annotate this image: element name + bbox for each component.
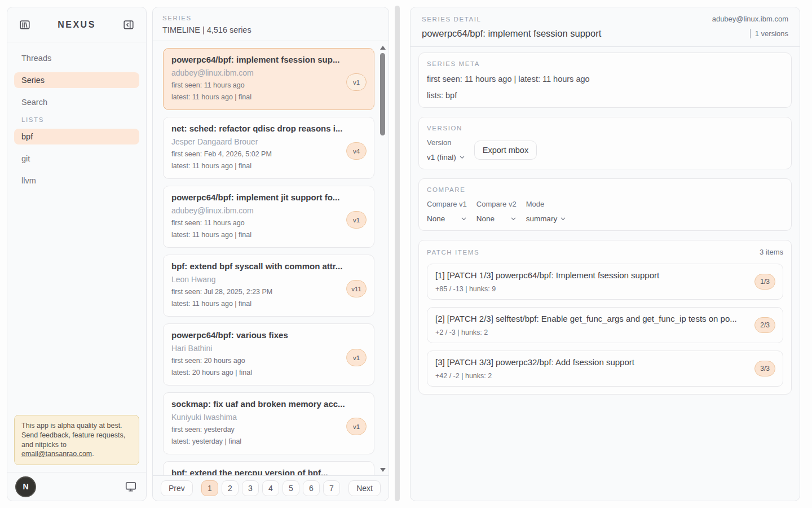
series-card-title: bpf: extend bpf syscall with common attr…: [171, 261, 366, 271]
scrollbar-thumb[interactable]: [380, 53, 385, 135]
user-avatar[interactable]: N: [15, 476, 36, 497]
version-section-label: VERSION: [427, 125, 783, 132]
compare-section-label: COMPARE: [427, 186, 783, 193]
patch-position-badge: 3/3: [754, 361, 775, 376]
sidebar-item-bpf[interactable]: bpf: [14, 129, 139, 144]
series-detail-panel: SERIES DETAIL adubey@linux.ibm.com power…: [410, 7, 800, 501]
patch-position-badge: 2/3: [754, 317, 775, 333]
feedback-email-link[interactable]: email@tansanrao.com: [21, 450, 92, 458]
compare-v1-label: Compare v1: [427, 200, 467, 208]
export-mbox-button[interactable]: Export mbox: [474, 141, 537, 160]
series-card-first-seen: first seen: 11 hours ago: [171, 81, 366, 89]
compare-mode-label: Mode: [526, 200, 567, 208]
lists-section-label: LISTS: [21, 116, 125, 123]
next-page-button[interactable]: Next: [348, 480, 381, 496]
patch-item-title: [1] [PATCH 1/3] powerpc64/bpf: Implement…: [435, 270, 743, 280]
series-meta-lists: lists: bpf: [427, 91, 783, 100]
prev-page-button[interactable]: Prev: [161, 480, 193, 496]
series-card-author: Kuniyuki Iwashima: [171, 413, 366, 422]
series-card-first-seen: first seen: 11 hours ago: [171, 219, 366, 227]
series-card-list: powerpc64/bpf: implement fsession sup...…: [153, 41, 389, 475]
library-icon[interactable]: [17, 17, 32, 32]
series-meta-label: SERIES META: [427, 60, 783, 67]
page-button-4[interactable]: 4: [262, 480, 279, 496]
series-card-author: Leon Hwang: [171, 275, 366, 284]
panel-resize-handle[interactable]: [395, 6, 400, 501]
chevron-down-icon: [560, 216, 566, 222]
version-badge: v1: [346, 418, 367, 435]
series-card-title: powerpc64/bpf: various fixes: [171, 330, 366, 340]
sidebar-footer: N: [7, 472, 146, 501]
page-button-7[interactable]: 7: [323, 480, 340, 496]
alpha-notice: This app is alpha quality at best. Send …: [14, 415, 139, 465]
alpha-notice-text: This app is alpha quality at best. Send …: [21, 422, 125, 449]
series-card-author: adubey@linux.ibm.com: [171, 206, 366, 215]
patch-item-title: [2] [PATCH 2/3] selftest/bpf: Enable get…: [435, 314, 743, 323]
series-card[interactable]: net: sched: refactor qdisc drop reasons …: [163, 117, 374, 179]
series-card-author: Hari Bathini: [171, 344, 366, 353]
series-list-header: SERIES TIMELINE | 4,516 series: [153, 7, 389, 41]
scroll-up-icon[interactable]: [380, 46, 386, 50]
series-card-latest: latest: 11 hours ago | final: [171, 93, 366, 101]
sidebar-item-threads[interactable]: Threads: [14, 50, 139, 66]
patch-position-badge: 1/3: [754, 274, 775, 290]
version-card: VERSION Version v1 (final) Export mbox: [418, 117, 792, 169]
series-card[interactable]: powerpc64/bpf: implement fsession sup...…: [163, 48, 374, 110]
series-card[interactable]: powerpc64/bpf: implement jit support fo.…: [163, 186, 374, 248]
series-card-latest: latest: 11 hours ago | final: [171, 300, 366, 308]
sidebar-item-git[interactable]: git: [14, 151, 139, 167]
page-button-1[interactable]: 1: [201, 480, 218, 496]
timeline-subtitle: TIMELINE | 4,516 series: [162, 25, 379, 34]
collapse-sidebar-icon[interactable]: [121, 17, 136, 32]
patch-item[interactable]: [2] [PATCH 2/3] selftest/bpf: Enable get…: [427, 307, 783, 343]
page-button-2[interactable]: 2: [222, 480, 239, 496]
compare-v1-select[interactable]: None: [427, 214, 467, 223]
compare-mode-select[interactable]: summary: [526, 214, 567, 223]
series-card[interactable]: sockmap: fix uaf and broken memory acc..…: [163, 392, 374, 454]
detail-header: SERIES DETAIL adubey@linux.ibm.com power…: [411, 7, 800, 47]
series-meta-seen: first seen: 11 hours ago | latest: 11 ho…: [427, 75, 783, 84]
series-card-first-seen: first seen: Jul 28, 2025, 2:23 PM: [171, 288, 366, 296]
patch-items-card: PATCH ITEMS 3 items [1] [PATCH 1/3] powe…: [418, 240, 792, 395]
compare-card: COMPARE Compare v1 None Compare v2 None: [418, 178, 792, 231]
page-button-5[interactable]: 5: [283, 480, 299, 496]
chevron-down-icon: [459, 154, 465, 160]
compare-v2-select[interactable]: None: [476, 214, 517, 223]
series-card[interactable]: bpf: extend the percpu version of bpf...: [163, 461, 374, 475]
patch-item-stats: +85 / -13 | hunks: 9: [435, 285, 743, 293]
version-badge: v1: [346, 211, 367, 229]
sidebar-item-series[interactable]: Series: [14, 72, 139, 88]
series-card-latest: latest: 20 hours ago | final: [171, 369, 366, 376]
chevron-down-icon: [461, 216, 467, 222]
page-button-6[interactable]: 6: [303, 480, 320, 496]
detail-title: powerpc64/bpf: implement fsession suppor…: [422, 28, 601, 39]
series-card-author: adubey@linux.ibm.com: [171, 68, 366, 77]
sidebar-nav: Threads Series Search LISTS bpf git llvm: [7, 42, 146, 195]
series-card-title: powerpc64/bpf: implement jit support fo.…: [171, 192, 366, 202]
scrollbar: [379, 46, 386, 472]
series-section-label: SERIES: [162, 15, 379, 21]
patch-item[interactable]: [3] [PATCH 3/3] powerpc32/bpf: Add fsess…: [427, 351, 783, 387]
patch-item[interactable]: [1] [PATCH 1/3] powerpc64/bpf: Implement…: [427, 264, 783, 300]
version-badge: v4: [346, 142, 367, 160]
sidebar-item-llvm[interactable]: llvm: [14, 173, 139, 189]
monitor-icon[interactable]: [123, 479, 138, 494]
patch-item-title: [3] [PATCH 3/3] powerpc32/bpf: Add fsess…: [435, 357, 743, 367]
compare-v2-label: Compare v2: [476, 200, 517, 208]
series-card[interactable]: powerpc64/bpf: various fixes Hari Bathin…: [163, 323, 374, 386]
scroll-down-icon[interactable]: [380, 468, 386, 472]
sidebar-header: NEXUS: [7, 7, 146, 42]
divider-line: [750, 29, 751, 38]
series-meta-card: SERIES META first seen: 11 hours ago | l…: [418, 52, 792, 108]
series-card[interactable]: bpf: extend bpf syscall with common attr…: [163, 255, 374, 317]
page-button-3[interactable]: 3: [242, 480, 259, 496]
chevron-down-icon: [510, 216, 517, 222]
sidebar-item-search[interactable]: Search: [14, 94, 139, 110]
versions-count: 1 versions: [750, 29, 788, 38]
alpha-notice-suffix: .: [92, 450, 94, 458]
series-card-author: Jesper Dangaard Brouer: [171, 137, 366, 146]
series-card-latest: latest: 11 hours ago | final: [171, 162, 366, 170]
version-field-label: Version: [427, 138, 465, 147]
patch-item-stats: +2 / -3 | hunks: 2: [435, 329, 743, 336]
version-select[interactable]: v1 (final): [427, 153, 465, 161]
